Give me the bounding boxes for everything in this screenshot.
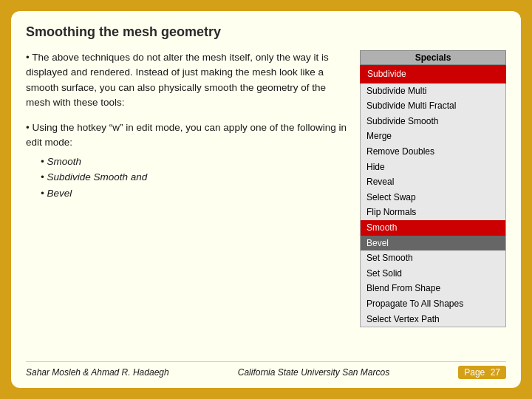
menu-item[interactable]: Subdivide Smooth: [360, 114, 506, 129]
slide-body: • The above techniques do not alter the …: [26, 50, 506, 355]
menu-item[interactable]: Blend From Shape: [360, 281, 506, 296]
menu-item[interactable]: Select Swap: [360, 190, 506, 205]
menu-item[interactable]: Remove Doubles: [360, 144, 506, 160]
menu-header: Specials: [360, 50, 506, 65]
menu-item[interactable]: Merge: [360, 129, 506, 144]
menu-item[interactable]: Set Smooth: [360, 250, 506, 266]
menu-item[interactable]: Reveal: [360, 174, 506, 190]
menu-item[interactable]: Flip Normals: [360, 205, 506, 220]
page-label: Page: [464, 367, 485, 378]
bullet-2-text: • Using the hotkey “w” in edit mode, you…: [26, 120, 348, 151]
bullet-1: • The above techniques do not alter the …: [26, 50, 348, 110]
bullet-1-text: • The above techniques do not alter the …: [26, 50, 348, 110]
footer-university: California State University San Marcos: [238, 367, 389, 378]
menu-item[interactable]: Smooth: [360, 220, 506, 236]
menu-item[interactable]: Set Solid: [360, 266, 506, 282]
sub-bullet-smooth: Smooth: [41, 154, 348, 170]
menu-items-container: SubdivideSubdivide MultiSubdivide Multi …: [360, 65, 506, 327]
sub-bullets: Smooth Subdivide Smooth and Bevel: [41, 154, 348, 202]
sub-bullet-subdivide-smooth: Subdivide Smooth and: [41, 169, 348, 185]
menu-item[interactable]: Select Vertex Path: [360, 312, 506, 328]
footer-author: Sahar Mosleh & Ahmad R. Hadaegh: [26, 367, 169, 378]
slide-title: Smoothing the mesh geometry: [26, 24, 506, 40]
slide-footer: Sahar Mosleh & Ahmad R. Hadaegh Californ…: [26, 361, 506, 379]
menu-item[interactable]: Subdivide: [360, 65, 506, 83]
footer-page: Page 27: [458, 366, 506, 379]
bullet-2: • Using the hotkey “w” in edit mode, you…: [26, 120, 348, 201]
slide-text: • The above techniques do not alter the …: [26, 50, 348, 355]
menu-item[interactable]: Hide: [360, 160, 506, 175]
slide-container: Smoothing the mesh geometry • The above …: [11, 11, 521, 388]
menu-item[interactable]: Propagate To All Shapes: [360, 296, 506, 312]
specials-menu: Specials SubdivideSubdivide MultiSubdivi…: [360, 50, 506, 327]
page-number: 27: [491, 367, 500, 378]
menu-item[interactable]: Subdivide Multi Fractal: [360, 98, 506, 114]
menu-item[interactable]: Subdivide Multi: [360, 83, 506, 99]
menu-item[interactable]: Bevel: [360, 236, 506, 251]
sub-bullet-bevel: Bevel: [41, 185, 348, 202]
